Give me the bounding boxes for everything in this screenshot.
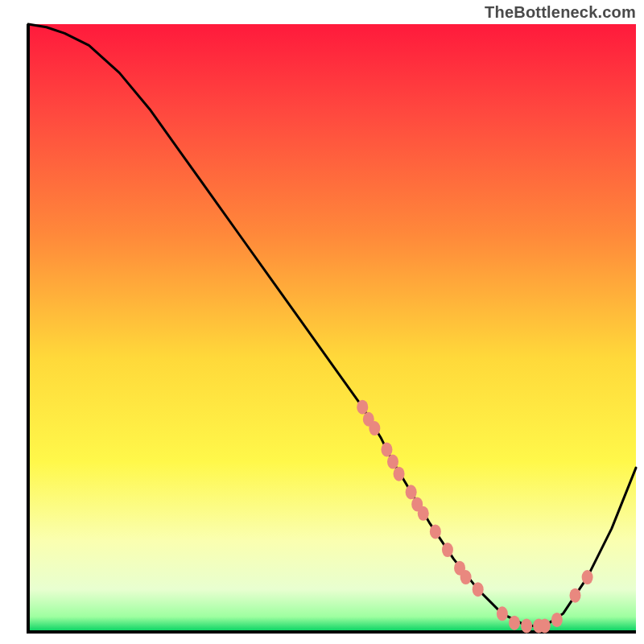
chart-container: TheBottleneck.com: [0, 0, 644, 644]
marker-point: [582, 570, 593, 584]
marker-point: [460, 570, 472, 584]
marker-point: [418, 506, 429, 521]
marker-point: [369, 421, 380, 436]
marker-point: [473, 582, 484, 597]
marker-point: [551, 613, 563, 627]
marker-point: [430, 524, 441, 539]
plot-background: [28, 24, 636, 632]
bottleneck-chart: [0, 0, 644, 644]
marker-point: [570, 588, 581, 603]
marker-point: [509, 616, 520, 630]
marker-point: [357, 400, 368, 415]
marker-point: [387, 455, 398, 469]
watermark-text: TheBottleneck.com: [485, 3, 636, 22]
marker-point: [521, 618, 532, 633]
marker-point: [497, 606, 508, 621]
marker-point: [442, 543, 453, 557]
marker-point: [394, 467, 405, 481]
marker-point: [539, 618, 551, 633]
marker-point: [381, 443, 392, 457]
marker-point: [406, 485, 417, 499]
